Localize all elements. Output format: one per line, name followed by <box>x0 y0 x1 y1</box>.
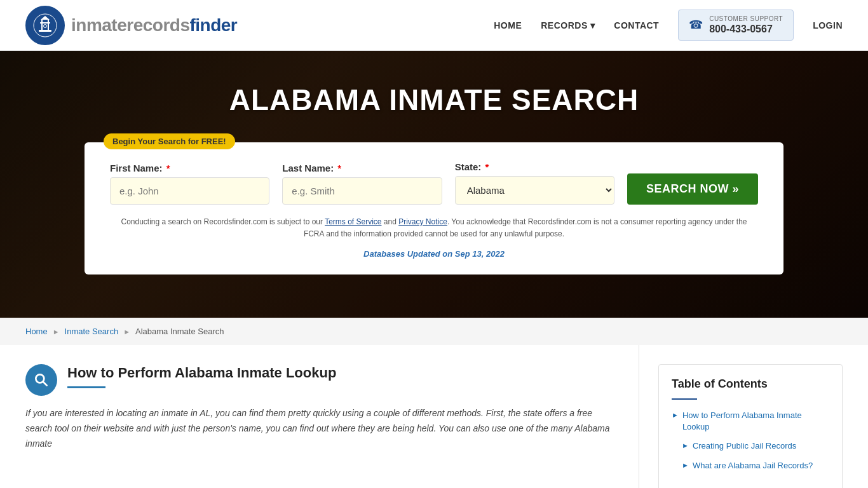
breadcrumb-inmate-search[interactable]: Inmate Search <box>65 327 119 336</box>
required-asterisk-2: * <box>337 163 341 173</box>
required-asterisk-3: * <box>485 161 489 172</box>
nav-login[interactable]: LOGIN <box>813 20 843 30</box>
state-select[interactable]: Alabama <box>455 176 614 205</box>
toc-link-2[interactable]: Creating Public Jail Records <box>693 440 796 452</box>
breadcrumb-current: Alabama Inmate Search <box>135 327 224 336</box>
support-number: 800-433-0567 <box>709 23 783 35</box>
article-body: If you are interested in locating an inm… <box>25 406 613 451</box>
nav-home[interactable]: HOME <box>494 20 522 30</box>
toc-title: Table of Contents <box>672 377 829 391</box>
toc-item-2: ► Creating Public Jail Records <box>682 440 829 452</box>
first-name-group: First Name: * <box>110 163 269 205</box>
breadcrumb-sep-2: ► <box>123 328 130 336</box>
svg-rect-4 <box>40 22 50 24</box>
search-form-row: First Name: * Last Name: * State: * Alab <box>110 161 758 205</box>
magnifier-icon <box>33 372 50 388</box>
last-name-label: Last Name: * <box>282 163 442 173</box>
toc-arrow-1: ► <box>672 411 679 419</box>
db-updated: Databases Updated on Sep 13, 2022 <box>110 249 758 259</box>
content-article: How to Perform Alabama Inmate Lookup If … <box>25 345 639 488</box>
article-title: How to Perform Alabama Inmate Lookup <box>67 364 336 383</box>
svg-rect-2 <box>41 20 43 30</box>
article-title-block: How to Perform Alabama Inmate Lookup <box>67 364 336 388</box>
logo-link[interactable]: inmaterecordsfinder <box>25 6 237 45</box>
toc-arrow-3: ► <box>682 461 689 469</box>
first-name-label: First Name: * <box>110 163 269 173</box>
toc-link-1[interactable]: How to Perform Alabama Inmate Lookup <box>682 410 829 433</box>
hero-section: ALABAMA INMATE SEARCH Begin Your Search … <box>0 51 868 318</box>
disclaimer-text: Conducting a search on Recordsfinder.com… <box>110 216 758 240</box>
main-nav: HOME RECORDS ▾ CONTACT ☎ CUSTOMER SUPPOR… <box>494 10 843 41</box>
nav-records[interactable]: RECORDS ▾ <box>541 20 595 30</box>
toc-divider <box>672 398 697 400</box>
breadcrumb: Home ► Inmate Search ► Alabama Inmate Se… <box>0 318 868 345</box>
breadcrumb-sep-1: ► <box>53 328 60 336</box>
last-name-input[interactable] <box>282 177 442 205</box>
breadcrumb-home[interactable]: Home <box>25 327 48 336</box>
toc-arrow-2: ► <box>682 442 689 449</box>
toc-item-1: ► How to Perform Alabama Inmate Lookup <box>672 410 829 433</box>
table-of-contents: Table of Contents ► How to Perform Alaba… <box>639 345 843 488</box>
svg-rect-1 <box>39 30 51 32</box>
nav-contact[interactable]: CONTACT <box>614 20 659 30</box>
svg-rect-3 <box>48 20 49 30</box>
search-now-button[interactable]: SEARCH NOW » <box>627 173 758 205</box>
search-card: Begin Your Search for FREE! First Name: … <box>85 142 783 274</box>
logo-icon <box>25 6 65 45</box>
support-label: CUSTOMER SUPPORT <box>709 15 783 23</box>
toc-link-3[interactable]: What are Alabama Jail Records? <box>693 460 813 471</box>
main-content: How to Perform Alabama Inmate Lookup If … <box>0 345 868 488</box>
phone-icon: ☎ <box>689 18 704 33</box>
first-name-input[interactable] <box>110 177 269 205</box>
svg-point-6 <box>44 24 47 27</box>
toc-box: Table of Contents ► How to Perform Alaba… <box>658 364 843 488</box>
svg-line-8 <box>43 382 47 386</box>
article-title-underline <box>67 386 105 388</box>
free-badge: Begin Your Search for FREE! <box>104 133 235 149</box>
terms-of-service-link[interactable]: Terms of Service <box>325 217 381 226</box>
article-header: How to Perform Alabama Inmate Lookup <box>25 364 613 396</box>
hero-title: ALABAMA INMATE SEARCH <box>229 83 639 117</box>
chevron-down-icon: ▾ <box>590 20 595 30</box>
toc-item-3: ► What are Alabama Jail Records? <box>682 460 829 471</box>
logo-text: inmaterecordsfinder <box>71 15 237 36</box>
state-group: State: * Alabama <box>455 161 614 205</box>
last-name-group: Last Name: * <box>282 163 442 205</box>
customer-support-button[interactable]: ☎ CUSTOMER SUPPORT 800-433-0567 <box>678 10 794 41</box>
privacy-notice-link[interactable]: Privacy Notice <box>398 217 447 226</box>
state-label: State: * <box>455 161 614 172</box>
site-header: inmaterecordsfinder HOME RECORDS ▾ CONTA… <box>0 0 868 51</box>
search-icon-circle <box>25 364 57 396</box>
required-asterisk: * <box>166 163 170 173</box>
